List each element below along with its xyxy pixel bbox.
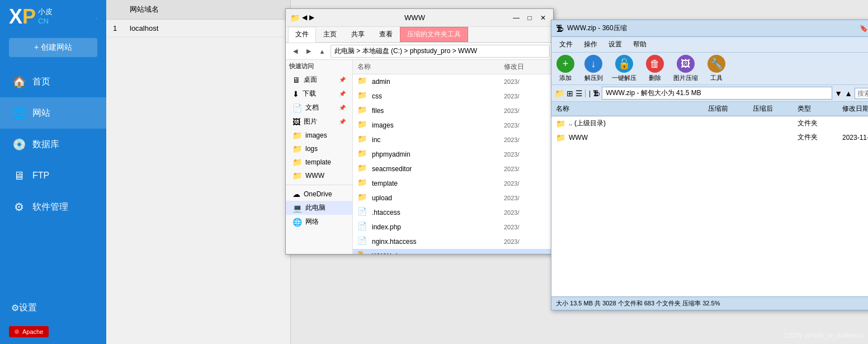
tab-compress-tools[interactable]: 压缩的文件夹工具 <box>400 27 468 42</box>
list-item[interactable]: 📄.htaccess2023/ <box>353 205 553 220</box>
zip-search-input[interactable] <box>855 88 868 99</box>
menu-operate[interactable]: 操作 <box>578 38 603 51</box>
qa-item-images[interactable]: 📁 images <box>286 129 352 142</box>
list-item[interactable]: 📁files2023/ <box>353 103 553 118</box>
tab-share[interactable]: 共享 <box>344 27 372 42</box>
folder-icon: 📁 <box>357 105 369 116</box>
sidebar-item-ftp-label: FTP <box>32 171 49 181</box>
list-item[interactable]: 📄index.php2023/ <box>353 220 553 234</box>
extract-to-button[interactable]: ↓ 解压到 <box>579 53 607 84</box>
explorer-body: 快速访问 🖥 桌面 📌 ⬇ 下载 📌 📄 文档 📌 🖼 <box>286 60 553 254</box>
logo-sub2: CN <box>38 17 53 26</box>
list-item-selected[interactable]: 🗜WWW.zip2023/ <box>353 249 553 254</box>
www-folder-icon: 📁 <box>293 171 302 180</box>
zip-file-icon-small: 🗜 <box>593 89 600 97</box>
address-path[interactable]: 此电脑 > 本地磁盘 (C:) > phpstudy_pro > WWW <box>331 45 550 58</box>
list-item[interactable]: 📁admin2023/ <box>353 74 553 89</box>
zip-menu: 文件 操作 设置 帮助 <box>551 37 868 53</box>
php-file-icon: 📄 <box>357 222 369 233</box>
menu-file[interactable]: 文件 <box>554 38 578 51</box>
sidebar-item-settings[interactable]: ⚙ 设置 <box>0 294 106 322</box>
qa-item-onedrive[interactable]: ☁ OneDrive <box>286 187 352 201</box>
www-type: 文件夹 <box>798 133 842 142</box>
apache-label: Apache <box>22 328 43 335</box>
tab-file[interactable]: 文件 <box>288 27 316 43</box>
zip-titlebar: 🗜 WWW.zip - 360压缩 🔖 — □ ✕ <box>551 20 868 37</box>
zip-address-path[interactable]: WWW.zip - 解包大小为 41.5 MB <box>602 87 832 100</box>
folder-icon: 📁 <box>357 76 369 87</box>
htaccess-file-icon: 📄 <box>357 236 369 247</box>
sidebar-item-software[interactable]: ⚙ 软件管理 <box>0 191 106 223</box>
ftp-icon: 🖥 <box>11 168 27 183</box>
sidebar-item-website[interactable]: 🌐 网站 <box>0 97 106 129</box>
zip-addr-arrow[interactable]: ▲ <box>845 89 852 98</box>
sidebar-item-website-label: 网站 <box>32 107 50 119</box>
forward-nav-button[interactable]: ▶ <box>303 45 315 58</box>
file-list-header: 名称 修改日 <box>353 60 553 74</box>
zip-col-name-header: 名称 <box>556 104 708 114</box>
create-website-button[interactable]: + 创建网站 <box>9 38 97 57</box>
qa-item-documents[interactable]: 📄 文档 📌 <box>286 101 352 115</box>
zip-list-item-parent[interactable]: 📁 .. (上级目录) 文件夹 <box>551 116 868 130</box>
pin-icon4: 📌 <box>339 119 346 125</box>
logo-xp: XP <box>9 5 36 29</box>
list-item[interactable]: 📁phpmyadmin2023/ <box>353 147 553 162</box>
desktop-icon: 🖥 <box>293 76 300 84</box>
list-item[interactable]: 📁template2023/ <box>353 176 553 191</box>
tools-button[interactable]: 🔧 工具 <box>702 53 730 84</box>
menu-settings[interactable]: 设置 <box>603 38 628 51</box>
home-icon: 🏠 <box>11 74 27 89</box>
qa-item-pictures[interactable]: 🖼 图片 📌 <box>286 115 352 129</box>
grid-view-icon: ⊞ <box>567 89 573 98</box>
qa-item-network[interactable]: 🌐 网络 <box>286 215 352 229</box>
qa-item-desktop[interactable]: 🖥 桌面 📌 <box>286 73 352 87</box>
tab-view[interactable]: 查看 <box>372 27 400 42</box>
qa-logs-label: logs <box>305 145 318 153</box>
list-item[interactable]: 📁images2023/ <box>353 118 553 133</box>
zip-toolbar: + 添加 ↓ 解压到 🔓 一键解压 🗑 删除 🖼 图片压缩 <box>551 53 868 84</box>
qa-item-www[interactable]: 📁 WWW <box>286 169 352 182</box>
back-nav-button[interactable]: ◀ <box>289 45 301 58</box>
add-icon: + <box>556 55 574 73</box>
quick-access-title: 快速访问 <box>286 60 352 73</box>
image-compress-button[interactable]: 🖼 图片压缩 <box>669 53 702 84</box>
qa-www-label: WWW <box>305 172 324 180</box>
onedrive-icon: ☁ <box>293 190 300 199</box>
zip-addr-dropdown[interactable]: ▼ <box>834 89 842 98</box>
list-item[interactable]: 📁upload2023/ <box>353 191 553 205</box>
up-nav-button[interactable]: ▲ <box>316 45 328 58</box>
sidebar-item-home[interactable]: 🏠 首页 <box>0 66 106 97</box>
zip-bookmark-button[interactable]: 🔖 <box>858 23 868 34</box>
qa-item-thispc[interactable]: 💻 此电脑 <box>286 201 352 215</box>
sidebar-item-ftp[interactable]: 🖥 FTP <box>0 160 106 191</box>
website-icon: 🌐 <box>11 105 27 121</box>
qa-item-template[interactable]: 📁 template <box>286 155 352 169</box>
zip-status-text: 大小 13.5 MB 共 3028 个文件和 683 个文件夹 压缩率 32.5… <box>556 300 720 307</box>
qa-item-logs[interactable]: 📁 logs <box>286 142 352 155</box>
table-row[interactable]: 1 localhost <box>106 20 290 37</box>
minimize-button[interactable]: — <box>511 13 522 23</box>
ribbon-tabs: 文件 主页 共享 查看 压缩的文件夹工具 <box>286 27 553 43</box>
list-item[interactable]: 📁seacmseditor2023/ <box>353 162 553 176</box>
folder-title-icon: 📁 <box>290 13 300 22</box>
list-item[interactable]: 📁css2023/ <box>353 89 553 103</box>
sidebar-item-database[interactable]: 💿 数据库 <box>0 129 106 160</box>
tab-home[interactable]: 主页 <box>316 27 344 42</box>
parent-type: 文件夹 <box>798 119 842 128</box>
add-button[interactable]: + 添加 <box>551 53 579 84</box>
folder-icon: 📁 <box>357 163 369 175</box>
close-button[interactable]: ✕ <box>537 13 549 23</box>
explorer-sidebar: 快速访问 🖥 桌面 📌 ⬇ 下载 📌 📄 文档 📌 🖼 <box>286 60 353 254</box>
one-click-extract-button[interactable]: 🔓 一键解压 <box>607 53 641 84</box>
menu-help[interactable]: 帮助 <box>628 38 652 51</box>
file-list: 📁admin2023/ 📁css2023/ 📁files2023/ 📁image… <box>353 74 553 254</box>
qa-item-downloads[interactable]: ⬇ 下载 📌 <box>286 87 352 101</box>
explorer-title: WWW <box>319 13 511 22</box>
row-num: 1 <box>113 24 130 32</box>
delete-button[interactable]: 🗑 删除 <box>641 53 669 84</box>
zip-list-item-www[interactable]: 📁 WWW 文件夹 2023-11-06 03:43 <box>551 130 868 144</box>
list-item[interactable]: 📄nginx.htaccess2023/ <box>353 234 553 249</box>
maximize-button[interactable]: □ <box>524 13 535 23</box>
apache-status-dot <box>15 329 19 334</box>
list-item[interactable]: 📁inc2023/ <box>353 133 553 147</box>
